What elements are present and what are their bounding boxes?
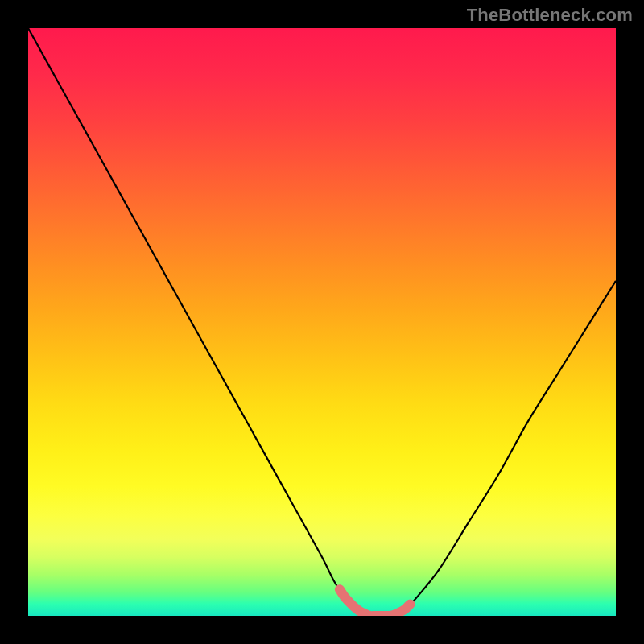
curve-path: [28, 28, 616, 616]
bottleneck-curve: [28, 28, 616, 616]
plot-area: [28, 28, 616, 616]
chart-container: TheBottleneck.com: [0, 0, 644, 644]
curve-highlight: [340, 589, 411, 616]
attribution-text: TheBottleneck.com: [467, 5, 633, 26]
